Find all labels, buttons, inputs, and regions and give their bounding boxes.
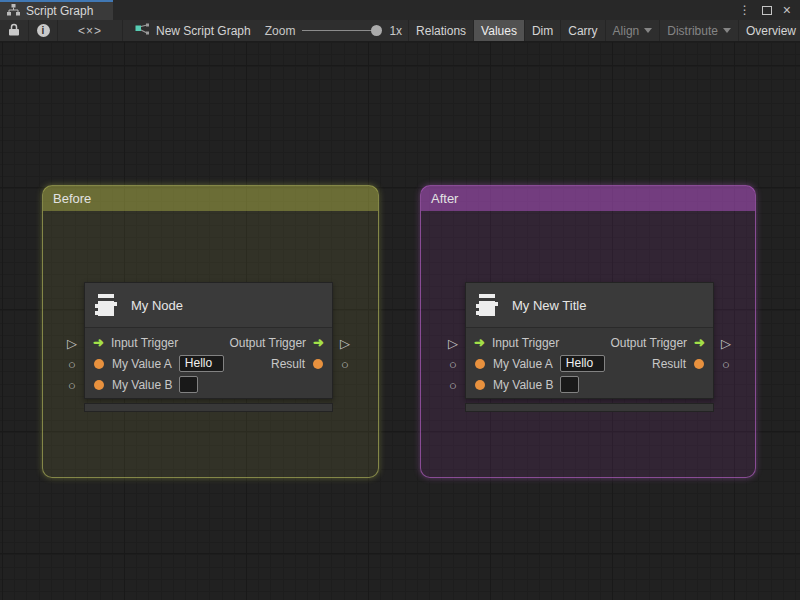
unit-icon	[93, 292, 119, 319]
node-my-new-title[interactable]: My New Title ▷ ➜ Input Trigger Output Tr…	[465, 282, 714, 412]
zoom-control: Zoom 1x	[259, 20, 408, 41]
maximize-icon[interactable]	[762, 6, 772, 15]
value-port-icon[interactable]	[94, 380, 104, 390]
lock-icon	[8, 23, 20, 39]
input-trigger-label: Input Trigger	[492, 336, 559, 350]
value-b-port[interactable]: ○	[64, 378, 80, 391]
node-body: ▷ ➜ Input Trigger Output Trigger ➜ ▷ ○	[85, 328, 332, 398]
lock-button[interactable]	[0, 20, 28, 41]
chevron-down-icon	[723, 28, 731, 33]
value-a-row: ○ My Value A Hello Result ○	[85, 353, 332, 374]
zoom-label: Zoom	[265, 24, 296, 38]
node-title: My New Title	[512, 298, 586, 313]
group-after-header[interactable]: After	[421, 186, 755, 211]
input-trigger-port[interactable]: ▷	[445, 336, 461, 349]
dim-button[interactable]: Dim	[525, 20, 560, 41]
value-b-label: My Value B	[112, 378, 172, 392]
tab-label: Script Graph	[26, 4, 93, 18]
value-a-port[interactable]: ○	[445, 357, 461, 370]
overview-button[interactable]: Overview	[739, 20, 800, 41]
values-button[interactable]: Values	[474, 20, 524, 41]
node-title: My Node	[131, 298, 183, 313]
input-trigger-label: Input Trigger	[111, 336, 178, 350]
zoom-value: 1x	[389, 24, 402, 38]
value-b-port[interactable]: ○	[445, 378, 461, 391]
node-main: My Node ▷ ➜ Input Trigger Output Trigger…	[84, 282, 333, 399]
node-my-node[interactable]: My Node ▷ ➜ Input Trigger Output Trigger…	[84, 282, 333, 412]
graph-icon	[135, 23, 150, 39]
graph-canvas[interactable]: Before After My Node ▷ ➜ Input	[0, 42, 800, 600]
distribute-dropdown[interactable]: Distribute	[660, 20, 738, 41]
trigger-row: ▷ ➜ Input Trigger Output Trigger ➜ ▷	[466, 332, 713, 353]
value-a-input[interactable]: Hello	[179, 355, 224, 372]
graph-name-label: New Script Graph	[156, 24, 251, 38]
node-body: ▷ ➜ Input Trigger Output Trigger ➜ ▷ ○	[466, 328, 713, 398]
info-icon: i	[37, 24, 50, 37]
input-trigger-port[interactable]: ▷	[64, 336, 80, 349]
flow-arrow-icon[interactable]: ➜	[313, 336, 324, 349]
value-port-icon[interactable]	[694, 359, 704, 369]
group-title: Before	[53, 191, 91, 206]
unit-icon	[474, 292, 500, 319]
result-label: Result	[271, 357, 305, 371]
group-before-header[interactable]: Before	[43, 186, 378, 211]
node-footer	[84, 403, 333, 412]
value-a-label: My Value A	[112, 357, 172, 371]
trigger-row: ▷ ➜ Input Trigger Output Trigger ➜ ▷	[85, 332, 332, 353]
hierarchy-icon	[7, 4, 20, 19]
group-title: After	[431, 191, 458, 206]
window-controls: ⋮ ×	[739, 0, 800, 20]
flow-arrow-icon[interactable]: ➜	[474, 336, 485, 349]
info-button[interactable]: i	[29, 20, 57, 41]
value-a-row: ○ My Value A Hello Result ○	[466, 353, 713, 374]
align-dropdown[interactable]: Align	[606, 20, 660, 41]
value-b-row: ○ My Value B	[466, 374, 713, 395]
result-port[interactable]: ○	[337, 357, 353, 370]
zoom-slider-handle[interactable]	[371, 25, 382, 36]
node-footer	[465, 403, 714, 412]
flow-arrow-icon[interactable]: ➜	[93, 336, 104, 349]
output-trigger-port[interactable]: ▷	[337, 336, 353, 349]
node-header[interactable]: My Node	[85, 283, 332, 328]
output-trigger-port[interactable]: ▷	[718, 336, 734, 349]
value-b-input[interactable]	[179, 376, 198, 393]
graph-toolbar: i <×> New Script Graph Zoom 1x Relations…	[0, 20, 800, 42]
menu-icon[interactable]: ⋮	[739, 4, 751, 16]
value-b-input[interactable]	[560, 376, 579, 393]
code-view-button[interactable]: <×>	[58, 20, 122, 41]
value-port-icon[interactable]	[475, 359, 485, 369]
value-b-label: My Value B	[493, 378, 553, 392]
value-a-input[interactable]: Hello	[560, 355, 605, 372]
node-header[interactable]: My New Title	[466, 283, 713, 328]
chevron-down-icon	[644, 28, 652, 33]
value-b-row: ○ My Value B	[85, 374, 332, 395]
value-port-icon[interactable]	[94, 359, 104, 369]
title-bar: Script Graph ⋮ ×	[0, 0, 800, 20]
value-port-icon[interactable]	[313, 359, 323, 369]
output-trigger-label: Output Trigger	[610, 336, 687, 350]
zoom-slider[interactable]	[302, 30, 382, 31]
graph-name-area: New Script Graph	[123, 20, 259, 41]
value-a-label: My Value A	[493, 357, 553, 371]
flow-arrow-icon[interactable]: ➜	[694, 336, 705, 349]
close-icon[interactable]: ×	[783, 3, 791, 17]
result-port[interactable]: ○	[718, 357, 734, 370]
output-trigger-label: Output Trigger	[229, 336, 306, 350]
result-label: Result	[652, 357, 686, 371]
node-main: My New Title ▷ ➜ Input Trigger Output Tr…	[465, 282, 714, 399]
value-a-port[interactable]: ○	[64, 357, 80, 370]
tab-script-graph[interactable]: Script Graph	[0, 0, 113, 20]
carry-button[interactable]: Carry	[561, 20, 604, 41]
relations-button[interactable]: Relations	[409, 20, 473, 41]
code-icon: <×>	[78, 24, 102, 38]
value-port-icon[interactable]	[475, 380, 485, 390]
